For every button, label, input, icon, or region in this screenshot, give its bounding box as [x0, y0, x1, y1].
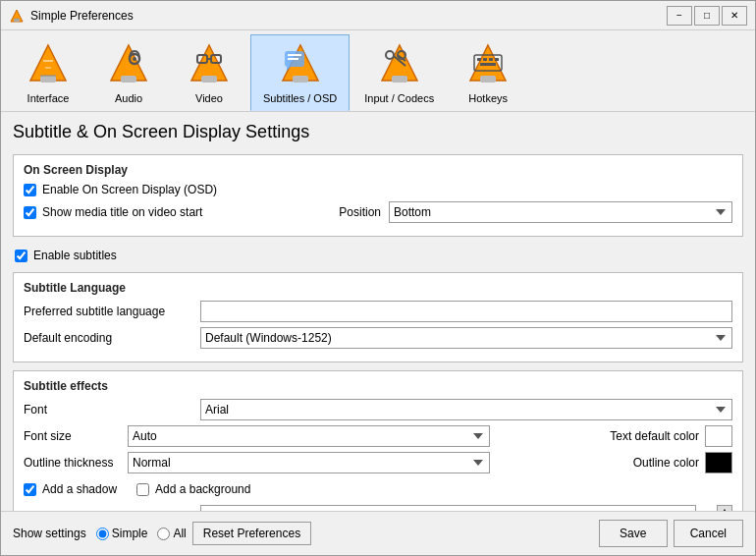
outline-thickness-select[interactable]: Normal None Thin Thick	[128, 452, 490, 473]
enable-subtitles-row: Enable subtitles	[13, 245, 743, 266]
svg-rect-13	[201, 76, 217, 83]
tab-hotkeys-label: Hotkeys	[468, 92, 508, 104]
subtitle-language-section: Subtitle Language Preferred subtitle lan…	[13, 272, 743, 362]
position-label: Position	[339, 205, 381, 219]
svg-rect-4	[40, 76, 56, 83]
all-radio-label[interactable]: All	[173, 527, 186, 540]
svg-rect-1	[14, 19, 20, 22]
shadow-background-row: Add a shadow Add a background	[24, 478, 732, 500]
reset-preferences-button[interactable]: Reset Preferences	[192, 522, 311, 545]
svg-marker-12	[191, 45, 227, 81]
show-media-title-checkbox[interactable]	[24, 206, 36, 219]
tab-subtitles-label: Subtitles / OSD	[263, 92, 337, 104]
video-icon	[186, 41, 233, 88]
hotkeys-icon	[464, 41, 512, 88]
page-title: Subtitle & On Screen Display Settings	[13, 122, 743, 142]
osd-section-title: On Screen Display	[24, 163, 732, 177]
subtitles-icon	[277, 41, 324, 88]
maximize-button[interactable]: □	[694, 6, 720, 26]
font-select[interactable]: Arial Times New Roman Courier New Verdan…	[200, 399, 732, 420]
window-title: Simple Preferences	[30, 9, 667, 23]
text-color-button[interactable]	[705, 425, 732, 447]
tab-hotkeys[interactable]: Hotkeys	[449, 34, 527, 111]
show-settings-area: Show settings Simple All Reset Preferenc…	[13, 522, 599, 545]
interface-icon	[25, 41, 72, 88]
svg-rect-35	[495, 58, 499, 61]
tab-video-label: Video	[195, 92, 223, 104]
font-label: Font	[24, 403, 200, 417]
main-content: Subtitle & On Screen Display Settings On…	[1, 112, 755, 511]
tab-subtitles[interactable]: Subtitles / OSD	[250, 34, 350, 111]
svg-point-11	[133, 57, 136, 61]
subtitle-language-title: Subtitle Language	[24, 281, 732, 295]
svg-rect-33	[483, 58, 487, 61]
title-bar: Simple Preferences − □ ✕	[1, 1, 755, 30]
svg-rect-24	[392, 76, 407, 83]
enable-osd-label[interactable]: Enable On Screen Display (OSD)	[42, 183, 217, 196]
audio-icon	[105, 41, 152, 88]
tab-input[interactable]: Input / Codecs	[351, 34, 447, 111]
osd-section: On Screen Display Enable On Screen Displ…	[13, 154, 743, 237]
font-size-row: Font size Auto 810121416 Text default co…	[24, 425, 732, 447]
bottom-bar: Show settings Simple All Reset Preferenc…	[1, 511, 755, 555]
font-control: Arial Times New Roman Courier New Verdan…	[200, 399, 732, 420]
svg-rect-36	[480, 63, 496, 66]
window: Simple Preferences − □ ✕ Interface	[0, 0, 756, 556]
save-button[interactable]: Save	[599, 520, 668, 547]
enable-subtitles-label[interactable]: Enable subtitles	[33, 249, 117, 262]
font-row: Font Arial Times New Roman Courier New V…	[24, 399, 732, 420]
preferred-language-row: Preferred subtitle language	[24, 301, 732, 322]
action-buttons: Save Cancel	[599, 520, 743, 547]
outline-color-button[interactable]	[705, 452, 732, 473]
tab-input-label: Input / Codecs	[364, 92, 434, 104]
font-size-label: Font size	[24, 429, 122, 443]
all-radio[interactable]	[157, 528, 170, 540]
preferred-language-input[interactable]	[200, 301, 732, 322]
simple-radio[interactable]	[96, 528, 109, 540]
outline-thickness-label: Outline thickness	[24, 456, 122, 470]
svg-rect-18	[293, 76, 308, 83]
add-shadow-checkbox[interactable]	[24, 483, 36, 496]
close-button[interactable]: ✕	[722, 6, 747, 26]
subtitle-effects-title: Subtitle effects	[24, 379, 732, 393]
default-encoding-select[interactable]: Default (Windows-1252) UTF-8 ISO-8859-1	[200, 327, 732, 349]
subtitle-effects-section: Subtitle effects Font Arial Times New Ro…	[13, 370, 743, 511]
default-encoding-control: Default (Windows-1252) UTF-8 ISO-8859-1	[200, 327, 732, 349]
svg-rect-30	[480, 76, 496, 83]
svg-point-25	[386, 51, 394, 59]
radio-group: Simple All	[96, 527, 187, 540]
cancel-button[interactable]: Cancel	[674, 520, 743, 547]
enable-subtitles-checkbox[interactable]	[15, 250, 27, 262]
show-media-title-row: Show media title on video start Position…	[24, 201, 732, 223]
add-background-label[interactable]: Add a background	[155, 482, 250, 496]
svg-rect-32	[477, 58, 481, 61]
simple-radio-label[interactable]: Simple	[112, 527, 148, 540]
enable-osd-checkbox[interactable]	[24, 184, 36, 196]
all-radio-item: All	[157, 527, 186, 540]
svg-marker-8	[111, 45, 146, 81]
tab-audio[interactable]: Audio	[89, 34, 168, 111]
outline-color-label: Outline color	[633, 456, 699, 470]
font-size-select[interactable]: Auto 810121416	[128, 425, 490, 447]
tab-video[interactable]: Video	[170, 34, 248, 111]
position-select[interactable]: Bottom Top Left Right Center	[389, 201, 732, 223]
show-media-title-label[interactable]: Show media title on video start	[42, 205, 202, 219]
app-icon	[9, 8, 25, 24]
preferred-language-label: Preferred subtitle language	[24, 305, 200, 318]
default-encoding-label: Default encoding	[24, 331, 200, 345]
add-background-checkbox[interactable]	[136, 483, 149, 496]
minimize-button[interactable]: −	[667, 6, 692, 26]
svg-rect-34	[489, 58, 493, 61]
default-encoding-row: Default encoding Default (Windows-1252) …	[24, 327, 732, 349]
outline-row: Outline thickness Normal None Thin Thick…	[24, 452, 732, 473]
svg-marker-23	[382, 45, 417, 81]
simple-radio-item: Simple	[96, 527, 148, 540]
show-settings-label: Show settings	[13, 527, 86, 540]
toolbar: Interface Audio	[1, 30, 755, 112]
tab-interface-label: Interface	[27, 92, 70, 104]
tab-audio-label: Audio	[115, 92, 142, 104]
text-default-color-label: Text default color	[610, 429, 699, 443]
tab-interface[interactable]: Interface	[9, 34, 87, 111]
preferred-language-control	[200, 301, 732, 322]
add-shadow-label[interactable]: Add a shadow	[42, 482, 117, 496]
